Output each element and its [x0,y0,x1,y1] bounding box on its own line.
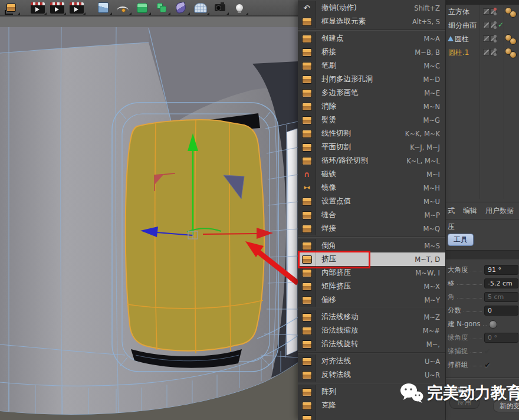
menu-item-create-point[interactable]: 创建点M~A [298,32,445,45]
primitive-cube-button[interactable] [93,1,113,15]
light-button[interactable] [229,1,249,15]
loop-path-cut-icon [302,157,312,165]
menu-item-line-cut[interactable]: 线性切割K~K, M~K [298,127,445,140]
object-row-3[interactable]: 圆柱 [446,32,519,45]
menu-item-brush[interactable]: 笔刷M~C [298,59,445,73]
enable-dot-bottom[interactable] [494,40,497,42]
field-label: 缘角度 [448,333,468,342]
menu-item-shortcut: Shift+Z [414,4,445,12]
phong-tag-icon[interactable] [510,38,517,45]
menu-item-smooth-shift[interactable]: 偏移M~Y [298,293,445,307]
menu-item-array[interactable]: 阵列 [298,385,445,399]
generator-button[interactable] [132,1,152,15]
menu-item-bevel[interactable]: 倒角M~S [298,239,445,252]
field-value-input[interactable]: -5.2 cm [484,278,518,288]
spline-pen-button[interactable] [113,1,132,15]
menu-item-loop-path-cut[interactable]: 循环/路径切割K~L, M~L [298,154,445,168]
menu-item-reverse-normals[interactable]: 反转法线U~R [298,368,445,382]
tool-tab-button[interactable]: 工具 [448,234,474,246]
attribute-fields: 大角度91 °移-5.2 cm角5 cm分数0建 N-gons缘角度0 °缘捕捉… [446,263,519,372]
enable-dot-bottom[interactable] [494,26,497,29]
visibility-toggle-editor[interactable] [483,35,490,42]
generator-enabled-check-icon[interactable]: ✓ [498,21,504,29]
enable-dot-top[interactable] [494,35,497,38]
menu-item-shortcut: M~E [424,89,445,97]
mirror-icon: ▶◀ [304,186,310,190]
menu-item-bridge[interactable]: 桥接M~B, B [298,45,445,59]
enable-dot-top[interactable] [494,21,497,24]
right-panel: 立方体细分曲面✓圆柱圆柱.1 式编辑用户数据 压 工具 大角度91 °移-5.2… [445,0,519,420]
enable-dot-top[interactable] [494,48,497,51]
options-section-header [446,250,519,260]
menu-item-stitch[interactable]: 缝合M~P [298,208,445,222]
modeling-objects-button[interactable] [152,1,171,15]
field-row-3: 角5 cm [446,290,519,304]
deformer-button[interactable] [171,1,190,15]
apply-button[interactable]: 应用 [449,396,479,409]
menu-item-set-point-value[interactable]: 设置点值M~U [298,195,445,208]
render-settings-button[interactable] [67,1,86,15]
new-transform-button[interactable]: 新的变换 [493,400,519,412]
menu-separator [298,383,445,384]
undo-redo-button[interactable] [1,1,21,15]
menu-item-shortcut: M~H [423,184,445,192]
menu-item-magnet[interactable]: ∩磁铁M~I [298,168,445,181]
visibility-toggle-editor[interactable] [483,49,490,55]
checkbox-check-icon: ✔ [484,347,518,356]
object-row-2[interactable]: 细分曲面✓ [446,19,519,32]
object-row-1[interactable]: 立方体 [446,5,519,18]
menu-item-mirror[interactable]: ▶◀镜像M~H [298,181,445,195]
viewport-3d[interactable] [0,27,298,420]
phong-tag-icon[interactable] [510,11,517,18]
menu-item-dissolve[interactable]: 消除M~N [298,100,445,113]
visibility-toggle-editor[interactable] [483,8,490,15]
menu-icon-cell [298,368,316,382]
menu-item-label: 沿法线缩放 [316,326,423,336]
matrix-extrude-icon [302,283,312,291]
menu-item-weld[interactable]: 焊接M~Q [298,222,445,235]
tab-1[interactable]: 式 [448,206,455,216]
menu-item-normal-scale[interactable]: 沿法线缩放M~# [298,324,445,337]
visibility-toggle-editor[interactable] [483,22,490,28]
realtime-recalc-row[interactable]: 时重新✔ [451,386,478,395]
menu-item-matrix-extrude[interactable]: 矩阵挤压M~X [298,280,445,293]
menu-icon-cell [298,127,316,140]
menu-item-polygon-pen[interactable]: 多边形画笔M~E [298,86,445,100]
render-view-button[interactable] [28,1,47,15]
camera-button[interactable] [210,1,229,15]
menu-item-clone[interactable]: 克隆 [298,399,445,412]
menu-item-partial-item[interactable] [298,412,445,420]
phong-tag-icon[interactable] [510,51,517,58]
field-value-input[interactable]: 0 [484,306,518,316]
object-manager-header [446,0,519,5]
menu-item-undo[interactable]: ↶撤销(动作)Shift+Z [298,1,445,15]
brush-icon [302,62,312,70]
dotted-leader [471,361,482,366]
render-region-button[interactable] [47,1,67,15]
checkbox-check-icon[interactable]: ✔ [484,360,518,369]
menu-item-frame-selected[interactable]: 框显选取元素Alt+S, S [298,15,445,28]
enable-dot-bottom[interactable] [494,12,497,15]
enable-dot-bottom[interactable] [494,53,497,56]
axis-x-arrow[interactable] [203,234,257,234]
menu-item-shortcut: U~R [425,371,445,379]
menu-icon-cell: ∩ [298,168,316,181]
enable-dot-top[interactable] [494,8,497,11]
tab-3[interactable]: 用户数据 [485,206,514,216]
field-value-input[interactable]: 91 ° [484,265,518,275]
app-window: ↶撤销(动作)Shift+Z框显选取元素Alt+S, S创建点M~A桥接M~B,… [0,0,519,420]
menu-item-plane-cut[interactable]: 平面切割K~J, M~J [298,140,445,154]
menu-item-normal-move[interactable]: 沿法线移动M~Z [298,310,445,324]
toggle-knob[interactable] [489,320,497,329]
object-row-4[interactable]: 圆柱.1 [446,46,519,59]
menu-item-close-polygon-hole[interactable]: 封闭多边形孔洞M~D [298,73,445,86]
tab-2[interactable]: 编辑 [463,206,477,216]
menu-item-align-normals[interactable]: 对齐法线U~A [298,355,445,368]
menu-item-extrude[interactable]: 挤压M~T, D [298,252,445,266]
menu-item-extrude-inner[interactable]: 内部挤压M~W, I [298,266,445,280]
menu-item-iron[interactable]: 熨烫M~G [298,113,445,127]
environment-button[interactable] [190,1,210,15]
menu-icon-cell [298,324,316,337]
menu-icon-cell [298,100,316,113]
menu-item-normal-rotate[interactable]: 沿法线旋转M~, [298,337,445,351]
